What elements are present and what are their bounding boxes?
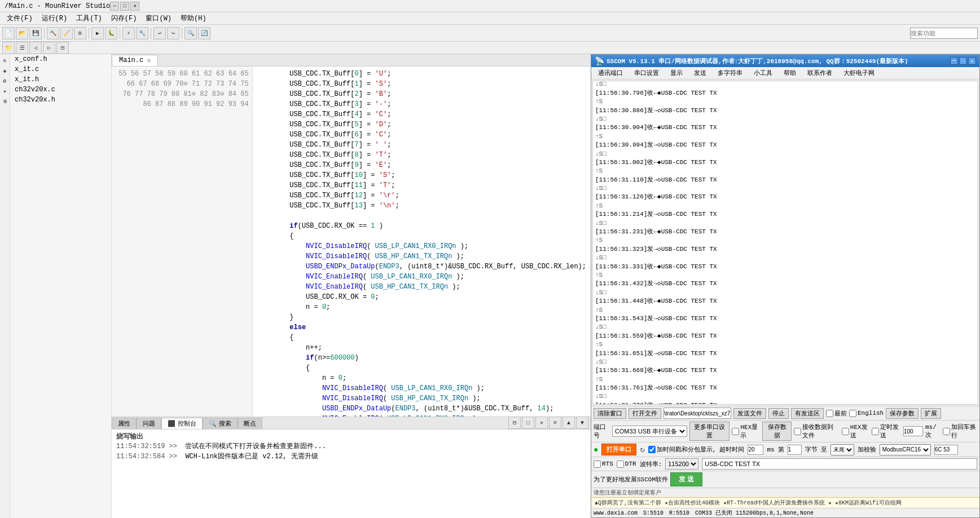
open-file-button[interactable]: 📂: [16, 27, 28, 39]
sscom-menu-help[interactable]: 帮助: [779, 68, 801, 78]
build-all-button[interactable]: ⚙: [74, 27, 86, 39]
english-checkbox[interactable]: [849, 410, 856, 417]
hex-display-label[interactable]: HEX显示: [732, 423, 760, 440]
byte-end-select[interactable]: 末尾: [830, 444, 854, 455]
tab-problems[interactable]: 问题: [137, 418, 161, 429]
add-timestamp-label[interactable]: 加时间戳和分包显示,: [648, 445, 717, 454]
project-explorer-btn[interactable]: 📁: [2, 42, 15, 54]
sidebar-icon-5[interactable]: ※: [1, 97, 10, 106]
save-params-btn[interactable]: 保存参数: [886, 408, 919, 419]
undo-button[interactable]: ↩: [153, 27, 166, 39]
front-checkbox-label[interactable]: 最前: [826, 409, 847, 418]
menu-item-运行(R)[interactable]: 运行(R): [37, 12, 72, 24]
sidebar-item-x-conf-h[interactable]: x_conf.h: [10, 54, 111, 64]
sidebar-item-x-it-c[interactable]: x_it.c: [10, 64, 111, 74]
debug-button[interactable]: 🐛: [105, 27, 117, 39]
send-button[interactable]: 发 送: [670, 472, 702, 486]
close-button[interactable]: ✕: [130, 2, 139, 11]
sscom-menu-display[interactable]: 显示: [666, 68, 687, 78]
save-button[interactable]: 💾: [29, 27, 42, 39]
bottom-icon-5[interactable]: ▲: [562, 417, 575, 429]
tab-properties[interactable]: 属性: [112, 418, 137, 429]
menu-item-工具(T)[interactable]: 工具(T): [72, 12, 107, 24]
dtr-label[interactable]: DTR: [617, 461, 636, 468]
bottom-icon-2[interactable]: □: [522, 417, 534, 429]
english-checkbox-label[interactable]: English: [849, 410, 884, 417]
add-return-checkbox[interactable]: [943, 428, 950, 435]
sscom-menu-website[interactable]: 大虾电子网: [839, 68, 879, 78]
timed-send-label[interactable]: 定时发送: [872, 423, 901, 440]
tab-search[interactable]: 🔍 搜索: [203, 418, 238, 429]
add-timestamp-checkbox[interactable]: [648, 446, 656, 453]
sscom-menu-tools[interactable]: 小工具: [749, 68, 777, 78]
sscom-menu-send[interactable]: 发送: [689, 68, 711, 78]
nav-btn-1[interactable]: ◁: [29, 42, 42, 54]
tab-close-icon[interactable]: ✕: [147, 56, 151, 65]
bottom-icon-1[interactable]: ⊟: [508, 417, 521, 429]
rts-label[interactable]: RTS: [594, 461, 613, 468]
more-ports-btn[interactable]: 更多串口设置: [689, 422, 730, 441]
checksum-result-input[interactable]: [934, 445, 958, 455]
code-content[interactable]: USB_CDC.TX_Buff[0] = 'U'; USB_CDC.TX_Buf…: [253, 67, 591, 417]
bottom-icon-3[interactable]: ✕: [535, 417, 548, 429]
save-recv-data-btn[interactable]: 保存数据: [762, 422, 792, 441]
sscom-menu-serial-settings[interactable]: 串口设置: [630, 68, 663, 78]
save-data-btn-toolbar[interactable]: 发送文件: [733, 408, 766, 419]
sscom-log[interactable]: [11:56:30.780]发→◇USB-CDC TEST TX↓S□[11:5…: [592, 81, 978, 405]
clean-button[interactable]: 🧹: [60, 27, 73, 39]
flash-config-button[interactable]: 🔧: [136, 27, 148, 39]
sscom-minimize-btn[interactable]: —: [950, 57, 958, 65]
rts-checkbox[interactable]: [594, 461, 601, 468]
sidebar-icon-3[interactable]: ⚙: [1, 77, 10, 86]
tab-main-c[interactable]: Main.c ✕: [112, 55, 158, 66]
search-input[interactable]: [910, 28, 978, 39]
sscom-close-btn[interactable]: ✕: [968, 57, 976, 65]
checksum-select[interactable]: ModbusCRC16: [880, 444, 931, 455]
redo-button[interactable]: ↪: [167, 27, 179, 39]
expand-btn[interactable]: 扩展: [921, 408, 941, 419]
clear-window-btn[interactable]: 清除窗口: [594, 408, 626, 419]
flash-button[interactable]: ⚡: [122, 27, 135, 39]
outline-btn[interactable]: ☰: [16, 42, 28, 54]
sidebar-item-x-it-h[interactable]: x_it.h: [10, 74, 111, 85]
interval-input[interactable]: [903, 426, 923, 436]
sscom-menu-multistring[interactable]: 多字符串: [713, 68, 747, 78]
file-path-input[interactable]: [663, 408, 731, 419]
timed-send-checkbox[interactable]: [872, 428, 879, 435]
sscom-maximize-btn[interactable]: □: [959, 57, 967, 65]
sidebar-item-ch32v20x-c[interactable]: ch32v20x.c: [10, 85, 111, 95]
dtr-checkbox[interactable]: [617, 461, 624, 468]
search-button[interactable]: 🔍: [184, 27, 197, 39]
menu-item-窗口(W)[interactable]: 窗口(W): [141, 12, 176, 24]
refresh-ports-icon[interactable]: ↻: [640, 445, 644, 454]
maximize-button[interactable]: □: [120, 2, 129, 11]
tab-console[interactable]: ⬛ 控制台: [161, 418, 203, 429]
replace-button[interactable]: 🔄: [198, 27, 210, 39]
open-file-btn[interactable]: 打开文件: [629, 408, 661, 419]
front-checkbox[interactable]: [826, 410, 833, 417]
tab-breakpoints[interactable]: 断点: [238, 418, 262, 429]
has-send-area-btn[interactable]: 有发送区: [791, 408, 824, 419]
timeout-input[interactable]: [748, 445, 763, 455]
hex-display-checkbox[interactable]: [732, 428, 739, 435]
open-port-button[interactable]: 打开串口: [601, 444, 636, 455]
send-text-input[interactable]: [702, 458, 977, 470]
sidebar-item-ch32v20x-h[interactable]: ch32v20x.h: [10, 95, 111, 105]
bottom-icon-4[interactable]: ≡: [549, 417, 561, 429]
sscom-menu-contact[interactable]: 联系作者: [803, 68, 837, 78]
stop-btn[interactable]: 停止: [768, 408, 789, 419]
hex-send-label[interactable]: HEX发送: [842, 423, 870, 440]
hex-send-checkbox[interactable]: [842, 428, 849, 435]
sscom-menu-port[interactable]: 通讯端口: [594, 68, 627, 78]
sidebar-icon-1[interactable]: ≡: [1, 56, 10, 65]
recv-to-file-label[interactable]: 接收数据到文件: [794, 423, 839, 440]
minimize-button[interactable]: —: [110, 2, 119, 11]
menu-item-文件(F)[interactable]: 文件(F): [2, 12, 37, 24]
sidebar-icon-2[interactable]: ◈: [1, 67, 10, 76]
menu-item-闪存(F)[interactable]: 闪存(F): [107, 12, 142, 24]
nav-btn-2[interactable]: ▷: [43, 42, 55, 54]
run-button[interactable]: ▶: [91, 27, 104, 39]
recv-to-file-checkbox[interactable]: [794, 428, 801, 435]
add-return-label[interactable]: 加回车换行: [943, 423, 977, 440]
menu-item-帮助(H)[interactable]: 帮助(H): [176, 12, 211, 24]
